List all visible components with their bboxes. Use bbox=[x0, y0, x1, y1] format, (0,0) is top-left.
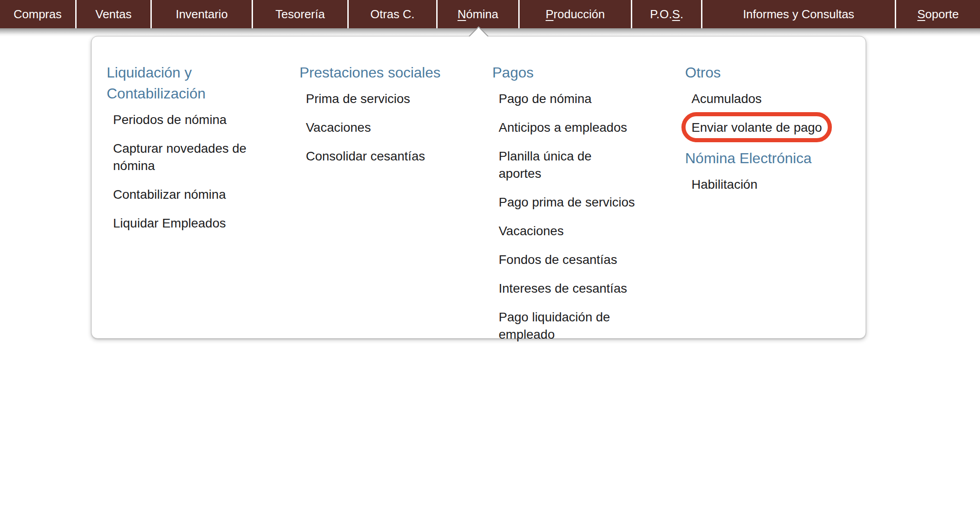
menu-item-capturar-novedades-de-nomina[interactable]: Capturar novedades de nómina bbox=[113, 140, 250, 175]
menu-item-acumulados[interactable]: Acumulados bbox=[691, 90, 829, 108]
tab-label-accesskey: S bbox=[917, 7, 925, 21]
tab-label: roducción bbox=[553, 7, 605, 21]
menubar-tab-pos[interactable]: P.O.S. bbox=[632, 0, 702, 28]
tab-label: Otras C. bbox=[371, 7, 415, 21]
menubar-tab-soporte[interactable]: Soporte bbox=[896, 0, 980, 28]
menubar-tab-tesoreria[interactable]: Tesorería bbox=[253, 0, 349, 28]
section-items: Acumulados Enviar volante de pago bbox=[685, 90, 829, 136]
dropdown-column-prestaciones-sociales: Prestaciones sociales Prima de servicios… bbox=[299, 62, 443, 338]
menu-item-liquidar-empleados[interactable]: Liquidar Empleados bbox=[113, 215, 250, 232]
tab-label-accesskey: S bbox=[672, 7, 680, 21]
tab-label-accesskey: N bbox=[458, 7, 466, 21]
dropdown-pointer-arrow bbox=[469, 26, 489, 36]
menu-item-contabilizar-nomina[interactable]: Contabilizar nómina bbox=[113, 186, 250, 203]
section-items: Periodos de nómina Capturar novedades de… bbox=[107, 111, 250, 232]
menu-item-intereses-de-cesantias[interactable]: Intereses de cesantías bbox=[499, 280, 636, 297]
menu-item-prima-de-servicios[interactable]: Prima de servicios bbox=[306, 90, 443, 108]
menubar-tab-ventas[interactable]: Ventas bbox=[77, 0, 152, 28]
menubar-tab-compras[interactable]: Compras bbox=[0, 0, 77, 28]
section-items: Habilitación bbox=[685, 176, 829, 193]
tab-label: Compras bbox=[14, 7, 62, 21]
menu-item-fondos-de-cesantias[interactable]: Fondos de cesantías bbox=[499, 251, 636, 268]
menubar-tab-nomina[interactable]: Nómina bbox=[438, 0, 520, 28]
section-items: Prima de servicios Vacaciones Consolidar… bbox=[299, 90, 443, 165]
dropdown-column-pagos: Pagos Pago de nómina Anticipos a emplead… bbox=[492, 62, 636, 338]
section-heading-liquidacion-y-contabilizacion: Liquidación y Contabilización bbox=[107, 62, 239, 104]
tab-label: Informes y Consultas bbox=[743, 7, 854, 21]
menu-item-anticipos-a-empleados[interactable]: Anticipos a empleados bbox=[499, 119, 636, 136]
section-items: Pago de nómina Anticipos a empleados Pla… bbox=[492, 90, 636, 343]
highlighted-item-wrap: Enviar volante de pago bbox=[691, 119, 822, 136]
dropdown-column-otros: Otros Acumulados Enviar volante de pago … bbox=[685, 62, 829, 338]
tab-label: Inventario bbox=[175, 7, 227, 21]
menu-item-pago-de-nomina[interactable]: Pago de nómina bbox=[499, 90, 636, 108]
menu-item-consolidar-cesantias[interactable]: Consolidar cesantías bbox=[306, 148, 443, 165]
menubar-tab-informes-y-consultas[interactable]: Informes y Consultas bbox=[702, 0, 896, 28]
menu-item-vacaciones-pago[interactable]: Vacaciones bbox=[499, 222, 636, 240]
tab-label: oporte bbox=[925, 7, 959, 21]
menu-item-pago-liquidacion-de-empleado[interactable]: Pago liquidación de empleado bbox=[499, 309, 636, 343]
tab-label: . bbox=[680, 7, 683, 21]
section-heading-nomina-electronica: Nómina Electrónica bbox=[685, 148, 829, 169]
section-heading-otros: Otros bbox=[685, 62, 829, 83]
menu-item-planilla-unica-de-aportes[interactable]: Planilla única de aportes bbox=[499, 148, 636, 182]
menu-item-periodos-de-nomina[interactable]: Periodos de nómina bbox=[113, 111, 250, 129]
menubar-tab-inventario[interactable]: Inventario bbox=[152, 0, 253, 28]
menubar-tab-produccion[interactable]: Producción bbox=[520, 0, 632, 28]
section-heading-prestaciones-sociales: Prestaciones sociales bbox=[299, 62, 443, 83]
tab-label: P.O. bbox=[650, 7, 672, 21]
nomina-dropdown-menu: Liquidación y Contabilización Periodos d… bbox=[91, 36, 866, 339]
menubar: Compras Ventas Inventario Tesorería Otra… bbox=[0, 0, 980, 28]
menu-item-label: Enviar volante de pago bbox=[691, 120, 822, 134]
menu-item-enviar-volante-de-pago[interactable]: Enviar volante de pago bbox=[691, 119, 829, 136]
menu-item-vacaciones[interactable]: Vacaciones bbox=[306, 119, 443, 136]
tab-label: Ventas bbox=[95, 7, 132, 21]
menubar-tab-otras-c[interactable]: Otras C. bbox=[349, 0, 438, 28]
dropdown-column-liquidacion-y-contabilizacion: Liquidación y Contabilización Periodos d… bbox=[107, 62, 250, 338]
menubar-shadow bbox=[0, 28, 980, 36]
tab-label-accesskey: P bbox=[546, 7, 553, 21]
tab-label: ómina bbox=[466, 7, 498, 21]
tab-label: Tesorería bbox=[275, 7, 325, 21]
menu-item-pago-prima-de-servicios[interactable]: Pago prima de servicios bbox=[499, 194, 636, 211]
menu-item-habilitacion[interactable]: Habilitación bbox=[691, 176, 829, 193]
section-heading-pagos: Pagos bbox=[492, 62, 636, 83]
